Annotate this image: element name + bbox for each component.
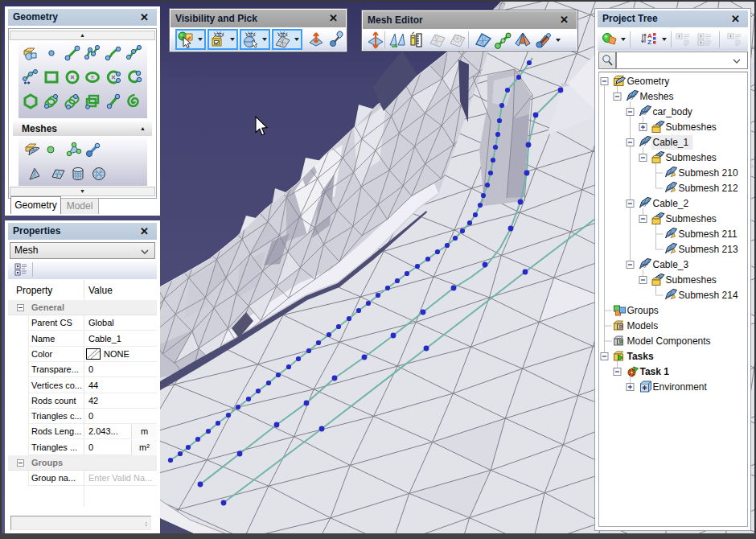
svg-text:Submesh 214: Submesh 214 <box>679 290 738 301</box>
svg-text:Geometry: Geometry <box>627 76 670 87</box>
svg-text:Cable_1: Cable_1 <box>653 137 689 148</box>
svg-text:Environment: Environment <box>653 381 708 393</box>
svg-text:Submeshes: Submeshes <box>666 274 717 286</box>
svg-text:Models: Models <box>627 320 659 331</box>
svg-text:Groups: Groups <box>627 305 659 316</box>
svg-text:Submesh 213: Submesh 213 <box>679 244 738 255</box>
svg-text:Z: Z <box>647 39 651 46</box>
svg-text:Submesh 212: Submesh 212 <box>679 183 738 194</box>
svg-text:Cable_3: Cable_3 <box>653 259 689 270</box>
svg-text:Meshes: Meshes <box>640 91 674 102</box>
svg-text:car_body: car_body <box>653 106 692 117</box>
svg-text:Task 1: Task 1 <box>640 366 670 377</box>
svg-text:Submesh 211: Submesh 211 <box>679 228 738 240</box>
svg-text:Tasks: Tasks <box>627 351 654 362</box>
svg-text:Submeshes: Submeshes <box>666 213 717 224</box>
svg-text:Submeshes: Submeshes <box>666 152 717 163</box>
svg-text:Cable_2: Cable_2 <box>653 198 689 209</box>
svg-text:Submeshes: Submeshes <box>666 121 717 133</box>
svg-text:Submesh 210: Submesh 210 <box>679 167 738 179</box>
svg-text:Model Components: Model Components <box>627 335 711 347</box>
